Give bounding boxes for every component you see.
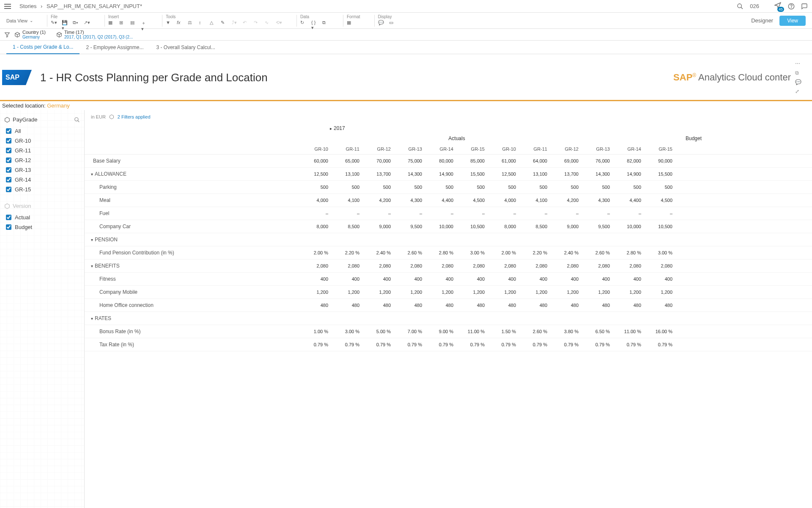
cell[interactable]: 14,900 (613, 171, 645, 177)
cell[interactable]: 8,500 (519, 224, 551, 229)
cell[interactable]: 69,000 (551, 158, 582, 163)
cell[interactable]: 480 (363, 303, 394, 308)
cell[interactable]: 480 (551, 303, 582, 308)
cell[interactable]: 400 (332, 276, 363, 282)
cell[interactable]: 12,500 (488, 171, 519, 177)
cell[interactable]: 4,400 (425, 198, 457, 203)
misc-icon[interactable]: ⟲▾ (276, 20, 283, 27)
cell[interactable]: 2,080 (519, 263, 551, 268)
cell[interactable]: 2.40 % (551, 250, 582, 255)
cell[interactable]: – (645, 211, 676, 216)
breadcrumb-root[interactable]: Stories (19, 3, 36, 9)
save-icon[interactable]: 💾▾ (62, 20, 69, 27)
cell[interactable]: – (551, 211, 582, 216)
table-row[interactable]: ▾ALLOWANCE12,50013,10013,70014,30014,900… (85, 168, 812, 181)
filter-time[interactable]: Time (17) 2017, Q1 (2017), Q2 (2017), Q3… (56, 30, 133, 39)
sidebar-item[interactable]: Budget (4, 222, 80, 232)
link-icon[interactable]: ⤴▾ (232, 20, 239, 27)
menu-icon[interactable] (4, 4, 11, 9)
cell[interactable]: 480 (457, 303, 488, 308)
cell[interactable]: 1.50 % (488, 329, 519, 334)
cell[interactable]: 6.50 % (582, 329, 613, 334)
cell[interactable]: 500 (645, 185, 676, 190)
cell[interactable]: 480 (613, 303, 645, 308)
cell[interactable]: 1,200 (363, 290, 394, 295)
cell[interactable]: 0.79 % (300, 342, 332, 347)
refresh-icon[interactable]: ↻ (300, 20, 307, 27)
cell[interactable]: 2,080 (551, 263, 582, 268)
tab[interactable]: 3 - Overall Salary Calcul... (150, 41, 221, 54)
table-row[interactable]: Home Office connection480480480480480480… (85, 299, 812, 312)
cell[interactable]: 61,000 (488, 158, 519, 163)
cell[interactable]: 2.80 % (425, 250, 457, 255)
sidebar-item[interactable]: Actual (4, 213, 80, 222)
cell[interactable]: 15,500 (645, 171, 676, 177)
cell[interactable]: – (519, 211, 551, 216)
cell[interactable]: 2.40 % (363, 250, 394, 255)
cell[interactable]: 8,000 (488, 224, 519, 229)
cell[interactable]: 9,500 (394, 224, 425, 229)
table-row[interactable]: Parking500500500500500500500500500500500… (85, 181, 812, 194)
cell[interactable]: 13,700 (363, 171, 394, 177)
search-icon[interactable] (737, 3, 743, 10)
cell[interactable]: 0.79 % (457, 342, 488, 347)
cell[interactable]: 13,700 (551, 171, 582, 177)
cell[interactable]: 500 (613, 185, 645, 190)
cell[interactable]: 7.00 % (394, 329, 425, 334)
cell[interactable]: 400 (457, 276, 488, 282)
table-row[interactable]: Base Salary60,00065,00070,00075,00080,00… (85, 155, 812, 168)
cell[interactable]: 75,000 (394, 158, 425, 163)
designer-link[interactable]: Designer (751, 17, 773, 24)
table-row[interactable]: ▾BENEFITS2,0802,0802,0802,0802,0802,0802… (85, 260, 812, 273)
tab[interactable]: 1 - Costs per Grade & Lo... (6, 41, 80, 54)
cell[interactable]: 400 (519, 276, 551, 282)
cell[interactable]: 1,200 (519, 290, 551, 295)
cell[interactable]: 0.79 % (582, 342, 613, 347)
cell[interactable]: 400 (394, 276, 425, 282)
table-row[interactable]: ▾RATES (85, 312, 812, 325)
add-icon[interactable]: ＋▾ (141, 20, 148, 27)
cell[interactable]: 1,200 (457, 290, 488, 295)
cell[interactable]: 16.00 % (645, 329, 676, 334)
table-row[interactable]: Fuel–––––––––––– (85, 207, 812, 220)
cell[interactable]: 15,500 (457, 171, 488, 177)
cell[interactable]: 4,300 (582, 198, 613, 203)
cell[interactable]: 0.79 % (519, 342, 551, 347)
cell[interactable]: 64,000 (519, 158, 551, 163)
checkbox[interactable] (6, 177, 11, 182)
cell[interactable]: 11.00 % (457, 329, 488, 334)
chat-page-icon[interactable]: 💬 (795, 79, 801, 85)
cell[interactable]: – (425, 211, 457, 216)
cell[interactable]: 2.00 % (488, 250, 519, 255)
table-row[interactable]: Company Mobile1,2001,2001,2001,2001,2001… (85, 286, 812, 299)
more-icon[interactable]: ⋯ (795, 61, 801, 66)
view-button[interactable]: View (779, 16, 806, 26)
cards-icon[interactable]: ⧉ (322, 20, 329, 27)
table-row[interactable]: Bonus Rate (in %)1.00 %3.00 %5.00 %7.00 … (85, 325, 812, 338)
cell[interactable]: 4,400 (613, 198, 645, 203)
cell[interactable]: 0.79 % (488, 342, 519, 347)
highlight-icon[interactable]: △ (210, 20, 217, 27)
cell[interactable]: 4,300 (394, 198, 425, 203)
cell[interactable]: 85,000 (457, 158, 488, 163)
cell[interactable]: 4,100 (332, 198, 363, 203)
cell[interactable]: – (582, 211, 613, 216)
export-icon[interactable]: ↗▾ (84, 20, 91, 27)
checkbox[interactable] (6, 167, 11, 173)
cell[interactable]: 1,200 (582, 290, 613, 295)
balance-icon[interactable]: ⚖ (188, 20, 195, 27)
cell[interactable]: 70,000 (363, 158, 394, 163)
cell[interactable]: 14,900 (425, 171, 457, 177)
cell[interactable]: 2,080 (394, 263, 425, 268)
cell[interactable]: 5.00 % (363, 329, 394, 334)
chat-icon[interactable] (801, 3, 808, 10)
table-row[interactable]: Company Car8,0008,5009,0009,50010,00010,… (85, 220, 812, 233)
cell[interactable]: – (363, 211, 394, 216)
cell[interactable]: 2,080 (425, 263, 457, 268)
table-row[interactable]: Fund Pension Contribution (in %)2.00 %2.… (85, 246, 812, 260)
cell[interactable]: 10,000 (613, 224, 645, 229)
sidebar-item[interactable]: GR-15 (4, 185, 80, 194)
filter-icon[interactable] (4, 32, 10, 38)
checkbox[interactable] (6, 215, 11, 220)
panel-icon[interactable]: ▭ (389, 20, 396, 27)
